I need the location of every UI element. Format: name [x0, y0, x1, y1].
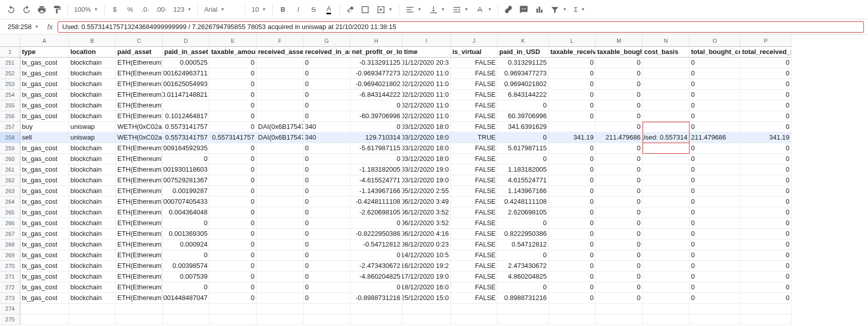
cell[interactable]: ETH(Ethereum)	[116, 250, 163, 261]
cell[interactable]: 0.000924	[163, 239, 210, 250]
cell[interactable]: 0	[303, 197, 350, 207]
cell[interactable]: uniswap	[69, 122, 116, 132]
cell[interactable]: blockchain	[69, 68, 116, 79]
row-header[interactable]: 273	[0, 293, 20, 304]
cell[interactable]: 03/12/2020 18:0	[402, 122, 451, 132]
cell[interactable]: 0.001448487047	[163, 293, 210, 304]
cell[interactable]: 0.007539	[163, 271, 210, 282]
cell[interactable]: 0	[741, 250, 792, 261]
cell[interactable]: 0	[690, 68, 741, 79]
cell[interactable]: 0	[549, 282, 596, 293]
cell[interactable]: -4.860204825	[350, 271, 402, 282]
row-header[interactable]: 265	[0, 207, 20, 218]
cell[interactable]	[643, 261, 690, 271]
cell[interactable]: 0	[596, 100, 643, 111]
cell[interactable]: 0	[210, 229, 257, 239]
row-header[interactable]: 259	[0, 143, 20, 154]
cell[interactable]: tx_gas_cost	[20, 100, 69, 111]
cell[interactable]	[257, 68, 303, 79]
cell[interactable]: 0	[690, 197, 741, 207]
cell[interactable]: 0	[741, 207, 792, 218]
cell[interactable]: 0	[741, 175, 792, 186]
cell[interactable]: 341.6391629	[498, 122, 549, 132]
cell[interactable]: 0	[163, 154, 210, 165]
cell[interactable]	[690, 314, 741, 325]
cell[interactable]	[643, 271, 690, 282]
cell[interactable]	[643, 197, 690, 207]
cell[interactable]: 03/12/2020 19:0	[402, 175, 451, 186]
cell[interactable]: FALSE	[451, 122, 498, 132]
cell[interactable]: ETH(Ethereum)	[116, 207, 163, 218]
cell[interactable]: 0	[303, 100, 350, 111]
cell[interactable]: 0.5573141757	[163, 132, 210, 143]
cell[interactable]	[257, 314, 303, 325]
cell[interactable]: 02/12/2020 11:0	[402, 100, 451, 111]
cell[interactable]: 211.479686	[690, 132, 741, 143]
cell[interactable]	[741, 304, 792, 314]
cell[interactable]: ETH(Ethereum)	[116, 79, 163, 90]
insert-chart-button[interactable]	[532, 3, 546, 17]
column-header-K[interactable]: K	[498, 35, 549, 47]
cell[interactable]	[643, 175, 690, 186]
row-header[interactable]: 262	[0, 175, 20, 186]
cell[interactable]: 0	[163, 250, 210, 261]
cell[interactable]: 0	[303, 68, 350, 79]
cell[interactable]: 0	[210, 100, 257, 111]
cell[interactable]: 06/12/2020 3:49	[402, 197, 451, 207]
cell[interactable]	[257, 250, 303, 261]
cell[interactable]: 0	[596, 68, 643, 79]
cell[interactable]: sell	[20, 132, 69, 143]
cell[interactable]	[116, 314, 163, 325]
cell[interactable]: 0.54712812	[498, 239, 549, 250]
header-cell[interactable]: paid_in_USD	[498, 47, 549, 58]
cell[interactable]: 0.9693477273	[498, 68, 549, 79]
cell[interactable]	[596, 314, 643, 325]
cell[interactable]	[643, 250, 690, 261]
cell[interactable]: 0	[596, 282, 643, 293]
cell[interactable]: 0	[690, 111, 741, 122]
cell[interactable]	[643, 111, 690, 122]
cell[interactable]	[643, 282, 690, 293]
row-header[interactable]: 269	[0, 250, 20, 261]
cell[interactable]: FALSE	[451, 175, 498, 186]
cell[interactable]: ETH(Ethereum)	[116, 261, 163, 271]
cell[interactable]: 08/12/2020 0:23	[402, 239, 451, 250]
cell[interactable]: 0	[350, 100, 402, 111]
cell[interactable]	[498, 304, 549, 314]
cell[interactable]: 0.009164592935	[163, 143, 210, 154]
text-color-button[interactable]: A	[322, 3, 336, 17]
cell[interactable]: 0.001369305	[163, 229, 210, 239]
cell[interactable]: 0	[549, 154, 596, 165]
cell[interactable]	[643, 293, 690, 304]
cell[interactable]: ETH(Ethereum)	[116, 100, 163, 111]
cell[interactable]: 0	[690, 239, 741, 250]
column-header-G[interactable]: G	[303, 35, 350, 47]
cell[interactable]	[257, 111, 303, 122]
cell[interactable]: tx_gas_cost	[20, 239, 69, 250]
cell[interactable]: ETH(Ethereum)	[116, 282, 163, 293]
cell[interactable]: 0	[210, 271, 257, 282]
cell[interactable]: 0	[549, 79, 596, 90]
cell[interactable]: 0	[210, 111, 257, 122]
cell[interactable]: 0	[210, 90, 257, 100]
cell[interactable]: 0	[210, 68, 257, 79]
cell[interactable]: 0	[163, 218, 210, 229]
row-header[interactable]: 1	[0, 47, 20, 58]
header-cell[interactable]: paid_asset	[116, 47, 163, 58]
cell[interactable]: 0	[690, 175, 741, 186]
cell[interactable]: 0	[741, 271, 792, 282]
cell[interactable]: ETH(Ethereum)	[116, 197, 163, 207]
column-header-H[interactable]: H	[350, 35, 402, 47]
cell[interactable]: 0	[690, 58, 741, 68]
cell[interactable]	[643, 229, 690, 239]
cell[interactable]: FALSE	[451, 79, 498, 90]
row-header[interactable]: 257	[0, 122, 20, 132]
cell[interactable]: 0	[741, 58, 792, 68]
cell[interactable]: DAI(0x6B17547	[257, 122, 303, 132]
cell[interactable]	[303, 304, 350, 314]
cell[interactable]: 0.9694021802	[498, 79, 549, 90]
cell[interactable]: 6.843144222	[498, 90, 549, 100]
cell[interactable]: blockchain	[69, 154, 116, 165]
cell[interactable]: 0	[596, 229, 643, 239]
cell[interactable]: uniswap	[69, 132, 116, 143]
